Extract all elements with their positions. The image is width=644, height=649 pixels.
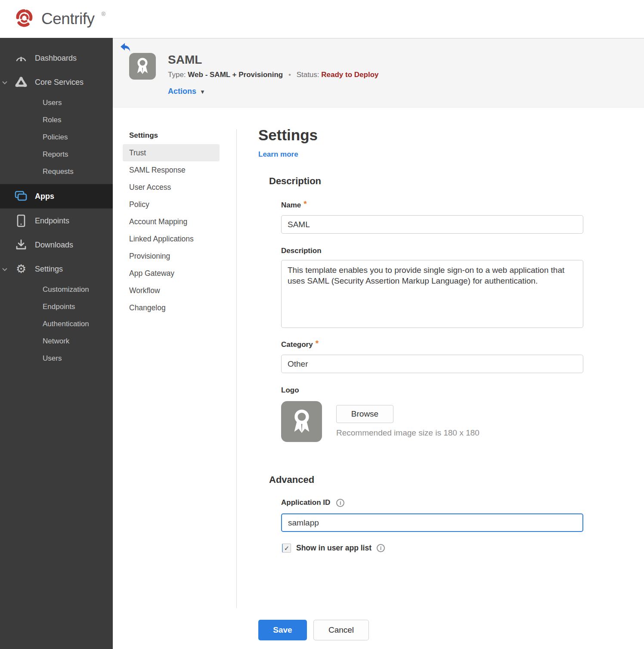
subnav-item-saml-response[interactable]: SAML Response: [123, 161, 220, 179]
download-icon: [15, 238, 28, 251]
sidebar-item-label: Downloads: [35, 241, 73, 250]
learn-more-link[interactable]: Learn more: [258, 150, 298, 159]
sidebar-subitem-label: Policies: [43, 133, 68, 142]
app-header: SAML Type: Web - SAML + Provisioning • S…: [113, 38, 644, 108]
meta-separator: •: [288, 71, 291, 79]
subnav-item-label: Changelog: [129, 303, 166, 312]
info-circle-icon[interactable]: i: [336, 499, 344, 507]
sidebar-item-network[interactable]: Network: [0, 333, 113, 350]
required-asterisk: *: [316, 339, 319, 348]
app-title: SAML: [168, 53, 202, 67]
sidebar-subitem-label: Users: [43, 354, 62, 363]
brand-name: Centrify: [41, 10, 94, 28]
brand-logo: Centrify ®: [0, 7, 105, 31]
description-section-heading: Description: [269, 176, 321, 187]
sidebar-item-downloads[interactable]: Downloads: [0, 233, 113, 257]
sidebar-item-authentication[interactable]: Authentication: [0, 315, 113, 333]
sidebar-item-core-services[interactable]: Core Services: [0, 70, 113, 94]
name-label-text: Name: [281, 201, 301, 209]
status-value: Ready to Deploy: [321, 71, 378, 79]
subnav-item-policy[interactable]: Policy: [123, 196, 220, 213]
application-id-label: Application ID: [281, 498, 330, 507]
cancel-button[interactable]: Cancel: [313, 620, 369, 640]
subnav-item-trust[interactable]: Trust: [123, 144, 220, 161]
subnav-item-label: App Gateway: [129, 269, 174, 278]
name-field[interactable]: [281, 215, 583, 234]
subnav-item-app-gateway[interactable]: App Gateway: [123, 265, 220, 282]
show-in-user-app-list-checkbox[interactable]: ✓: [282, 544, 291, 553]
show-in-user-app-list-label: Show in user app list: [296, 544, 372, 553]
settings-subnav: Settings Trust SAML Response User Access…: [123, 128, 220, 316]
subnav-item-label: SAML Response: [129, 166, 186, 175]
sidebar-item-label: Dashboards: [35, 54, 77, 63]
subnav-item-changelog[interactable]: Changelog: [123, 299, 220, 316]
sidebar-subitem-label: Reports: [43, 150, 68, 159]
sidebar: Dashboards Core Services Users Roles Pol…: [0, 38, 113, 649]
gear-icon: ⚙: [15, 263, 28, 275]
name-label: Name*: [281, 200, 307, 210]
sidebar-item-policies[interactable]: Policies: [0, 129, 113, 146]
sidebar-item-settings-endpoints[interactable]: Endpoints: [0, 298, 113, 315]
browse-button[interactable]: Browse: [336, 405, 393, 423]
subnav-item-linked-applications[interactable]: Linked Applications: [123, 230, 220, 247]
mobile-device-icon: [15, 214, 28, 227]
sidebar-item-settings[interactable]: ⚙ Settings: [0, 257, 113, 281]
category-label: Category*: [281, 340, 319, 349]
subnav-item-label: Trust: [129, 148, 146, 158]
chevron-down-icon[interactable]: [2, 78, 8, 87]
sidebar-item-label: Endpoints: [35, 216, 69, 226]
actions-dropdown[interactable]: Actions ▼: [168, 87, 205, 96]
app-logo-icon: [129, 53, 156, 80]
description-label: Description: [281, 247, 322, 255]
chevron-down-icon[interactable]: [2, 265, 8, 274]
vertical-divider: [236, 129, 237, 608]
description-field[interactable]: This template enables you to provide sin…: [281, 260, 583, 328]
subnav-item-label: User Access: [129, 183, 171, 192]
subnav-item-workflow[interactable]: Workflow: [123, 282, 220, 299]
subnav-item-label: Account Mapping: [129, 217, 187, 226]
back-arrow-icon[interactable]: [120, 42, 132, 53]
sidebar-item-endpoints[interactable]: Endpoints: [0, 209, 113, 233]
actions-label: Actions: [168, 87, 196, 96]
page: Centrify ® Dashboards: [0, 0, 644, 649]
save-button[interactable]: Save: [258, 620, 307, 640]
subnav-item-label: Linked Applications: [129, 235, 194, 244]
status-label: Status:: [297, 71, 319, 79]
sidebar-subitem-label: Endpoints: [43, 303, 75, 311]
sidebar-item-dashboards[interactable]: Dashboards: [0, 46, 113, 70]
subnav-header: Settings: [123, 128, 220, 144]
sidebar-item-requests[interactable]: Requests: [0, 163, 113, 180]
required-asterisk: *: [303, 199, 307, 208]
subnav-item-label: Provisioning: [129, 252, 170, 261]
sidebar-subitem-label: Requests: [43, 167, 74, 176]
sidebar-subitem-label: Users: [43, 99, 62, 107]
subnav-item-account-mapping[interactable]: Account Mapping: [123, 213, 220, 230]
category-label-text: Category: [281, 340, 313, 349]
chevron-down-icon: ▼: [200, 89, 205, 95]
application-id-field[interactable]: [281, 513, 583, 532]
award-ribbon-icon: [281, 401, 322, 442]
overlapping-windows-icon: [15, 190, 28, 203]
cluster-icon: [15, 76, 28, 89]
sidebar-item-roles[interactable]: Roles: [0, 111, 113, 129]
sidebar-item-apps[interactable]: Apps: [0, 184, 113, 209]
subnav-item-provisioning[interactable]: Provisioning: [123, 247, 220, 265]
sidebar-item-customization[interactable]: Customization: [0, 281, 113, 298]
sidebar-item-label: Settings: [35, 265, 63, 274]
sidebar-subitem-label: Customization: [43, 285, 89, 294]
info-circle-icon[interactable]: i: [377, 544, 385, 552]
type-value: Web - SAML + Provisioning: [188, 71, 283, 79]
app-meta: Type: Web - SAML + Provisioning • Status…: [168, 71, 378, 79]
page-title: Settings: [258, 127, 318, 144]
sidebar-item-reports[interactable]: Reports: [0, 146, 113, 163]
sidebar-item-users[interactable]: Users: [0, 94, 113, 111]
sidebar-item-label: Core Services: [35, 78, 84, 87]
application-id-row: Application ID i: [281, 498, 344, 507]
category-field[interactable]: [281, 355, 583, 373]
sidebar-subitem-label: Network: [43, 337, 69, 346]
sidebar-subitem-label: Authentication: [43, 320, 89, 328]
sidebar-item-settings-users[interactable]: Users: [0, 350, 113, 367]
sidebar-subitem-label: Roles: [43, 116, 61, 124]
top-bar: Centrify ®: [0, 0, 644, 38]
subnav-item-user-access[interactable]: User Access: [123, 179, 220, 196]
